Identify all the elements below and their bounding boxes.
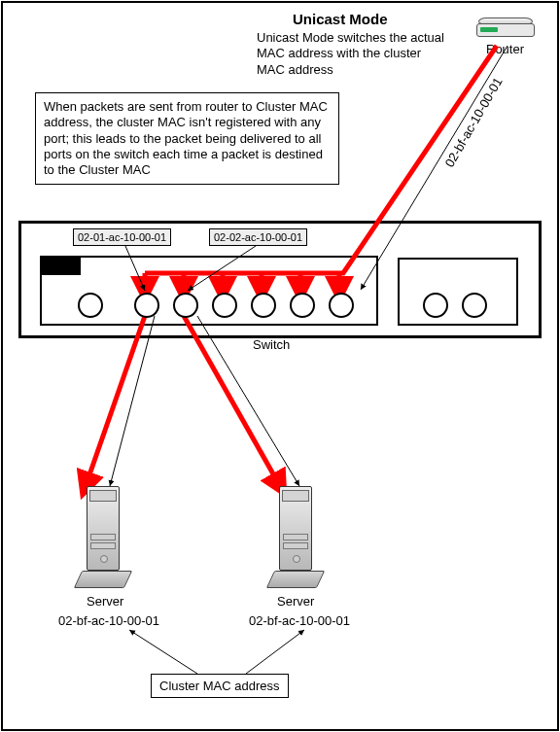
- switch-port: [423, 293, 448, 318]
- server1-mac: 02-bf-ac-10-00-01: [58, 613, 159, 628]
- server2-mac: 02-bf-ac-10-00-01: [249, 613, 350, 628]
- switch-port: [462, 293, 487, 318]
- server1-label: Server: [87, 594, 123, 609]
- switch-port: [329, 293, 354, 318]
- diagram-frame: Unicast Mode Unicast Mode switches the a…: [1, 1, 559, 731]
- server2-label: Server: [277, 594, 314, 609]
- switch-port: [173, 293, 198, 318]
- title: Unicast Mode: [293, 11, 388, 27]
- subtitle: Unicast Mode switches the actual MAC add…: [257, 30, 451, 78]
- port-mac-tag-1: 02-01-ac-10-00-01: [73, 228, 171, 246]
- switch-port: [78, 293, 103, 318]
- server-icon: [270, 486, 319, 588]
- cluster-mac-box: Cluster MAC address: [151, 674, 289, 698]
- port-mac-tag-2: 02-02-ac-10-00-01: [209, 228, 307, 246]
- server-icon: [78, 486, 126, 588]
- incoming-mac-label: 02-bf-ac-10-00-01: [442, 75, 506, 170]
- router-label: Router: [486, 42, 524, 56]
- router-icon: [476, 17, 535, 39]
- switch-label: Switch: [253, 337, 290, 352]
- switch-module-dark: [42, 258, 81, 275]
- switch-module-right: [398, 258, 518, 326]
- switch-port: [290, 293, 315, 318]
- switch-port: [251, 293, 276, 318]
- switch-port: [134, 293, 159, 318]
- switch-port: [212, 293, 237, 318]
- callout-box: When packets are sent from router to Clu…: [35, 92, 339, 185]
